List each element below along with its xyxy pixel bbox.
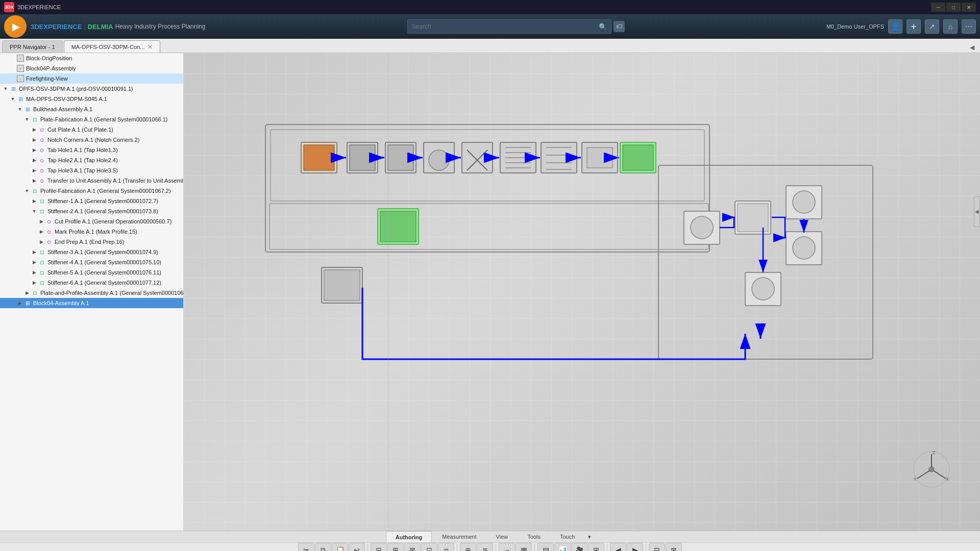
tab-ppr-navigator[interactable]: PPR Navigator - 1 (2, 40, 63, 53)
tree-item-stiffener5[interactable]: ▶ ⊡ Stiffener-5 A.1 (General System00001… (0, 267, 183, 278)
tree-item-stiffener3[interactable]: ▶ ⊡ Stiffener-3 A.1 (General System00001… (0, 247, 183, 257)
paste-button[interactable]: 📋 (332, 543, 348, 551)
select-all-button[interactable]: ⊞ (387, 543, 404, 551)
expander-opfs-osv[interactable]: ▼ (2, 85, 9, 92)
expander-stiffener6[interactable]: ▶ (31, 279, 38, 286)
tree-item-stiffener4[interactable]: ▶ ⊡ Stiffener-4 A.1 (General System00001… (0, 257, 183, 267)
tree-item-mark-profile[interactable]: ▶ ⊙ Mark Profile A.1 (Mark Profile.15) (0, 227, 183, 237)
bottom-tab-authoring[interactable]: Authoring (386, 531, 432, 542)
tree-item-plate-and-profile[interactable]: ▶ ⊡ Plate-and-Profile-Assembly A.1 (Gene… (0, 288, 183, 298)
tab-ma-opfs[interactable]: MA-OPFS-OSV-3DPM-Con... ✕ (64, 40, 161, 53)
tab-expand-button[interactable]: ◀ (966, 42, 978, 53)
expander-stiffener4[interactable]: ▶ (31, 259, 38, 266)
tree-item-opfs-osv[interactable]: ▼ ⊞ OPFS-OSV-3DPM A.1 (prd-OSV-00010091.… (0, 84, 183, 94)
tree-item-block04p[interactable]: ▪ Block04P-Assembly (0, 63, 183, 73)
tree-item-bulkhead[interactable]: ▼ ⊞ Bulkhead-Assembly A.1 (0, 104, 183, 114)
tag-button[interactable]: 🏷 (614, 21, 625, 32)
tree-item-stiffener6[interactable]: ▶ ⊡ Stiffener-6 A.1 (General System00001… (0, 278, 183, 288)
bottom-tab-measurement[interactable]: Measurement (433, 531, 485, 542)
tree-item-end-prep[interactable]: ▶ ⊙ End Prep A.1 (End Prep.16) (0, 237, 183, 247)
layout1-button[interactable]: ⊟ (649, 543, 665, 551)
bottom-tab-tools[interactable]: Tools (518, 531, 550, 542)
ruler-button[interactable]: ▦ (516, 543, 532, 551)
tree-item-firefighting[interactable]: ▪ Firefighting-View (0, 73, 183, 84)
expander-profile-fab[interactable]: ▼ (23, 187, 31, 194)
bottom-tab-more[interactable]: ▾ (585, 531, 594, 542)
prev-button[interactable]: ◀ (610, 543, 626, 551)
expander-plate-and-profile[interactable]: ▶ (23, 289, 31, 296)
expander-firefighting[interactable] (9, 75, 16, 82)
share-button[interactable]: ↗ (925, 19, 939, 34)
expander-block04p[interactable] (9, 65, 16, 72)
tree-item-stiffener2[interactable]: ▼ ⊡ Stiffener-2 A.1 (General System00001… (0, 206, 183, 216)
expander-transfer[interactable]: ▶ (31, 177, 38, 184)
expander-stiffener2[interactable]: ▼ (31, 208, 38, 215)
icon-firefighting: ▪ (16, 74, 24, 83)
tree-item-cut-plate[interactable]: ▶ ⊙ Cut Plate A.1 (Cut Plate.1) (0, 124, 183, 135)
expander-mark-profile[interactable]: ▶ (38, 228, 45, 235)
apps-button[interactable]: ⋯ (962, 19, 976, 34)
expander-ma-opfs-osv[interactable]: ▼ (9, 95, 16, 103)
tree-item-block04-assembly[interactable]: ▶ ⊞ Block04-Assembly A.1 (0, 298, 183, 308)
tree-item-transfer[interactable]: ▶ ⊙ Transfer to Unit Assembly A.1 (Trans… (0, 176, 183, 186)
layout2-button[interactable]: ⊠ (666, 543, 682, 551)
undo-button[interactable]: ↩ (349, 543, 365, 551)
expander-bulkhead[interactable]: ▼ (16, 106, 23, 113)
window-controls: ─ □ ✕ (931, 3, 976, 12)
search-icon[interactable]: 🔍 (599, 23, 607, 31)
expander-end-prep[interactable]: ▶ (38, 238, 45, 245)
tree-item-cut-profile[interactable]: ▶ ⊙ Cut Profile A.1 (General Operation00… (0, 216, 183, 227)
tree-item-stiffener1[interactable]: ▶ ⊡ Stiffener-1 A.1 (General System00001… (0, 196, 183, 206)
bottom-tab-view[interactable]: View (487, 531, 518, 542)
expander-plate-fab[interactable]: ▼ (23, 116, 31, 123)
icon-stiffener1: ⊡ (38, 197, 46, 205)
tree-item-block-orig[interactable]: ▪ Block-OrigPosition (0, 53, 183, 63)
copy-button[interactable]: ⧉ (315, 543, 331, 551)
chart-button[interactable]: 📊 (554, 543, 571, 551)
tree-item-tap-hole2[interactable]: ▶ ⊙ Tap Hole2 A.1 (Tap Hole2.4) (0, 155, 183, 165)
tree-item-profile-fab[interactable]: ▼ ⊡ Profile-Fabrication A.1 (General Sys… (0, 186, 183, 196)
expander-stiffener3[interactable]: ▶ (31, 248, 38, 256)
maximize-button[interactable]: □ (946, 3, 961, 12)
expander-notch-corners[interactable]: ▶ (31, 136, 38, 143)
home-button[interactable]: ⌂ (943, 19, 958, 34)
expander-block-orig[interactable] (9, 55, 16, 62)
expander-tap-hole2[interactable]: ▶ (31, 157, 38, 164)
expander-stiffener1[interactable]: ▶ (31, 197, 38, 205)
user-profile-button[interactable]: 👤 (888, 19, 902, 34)
cut-button[interactable]: ✂ (298, 543, 314, 551)
filter-button[interactable]: ⧈ (438, 543, 454, 551)
tab-ma-opfs-close[interactable]: ✕ (148, 43, 153, 51)
tree-item-tab-hole1[interactable]: ▶ ⊙ Tab Hole1 A.1 (Tap Hole1.3) (0, 145, 183, 155)
search-input[interactable] (412, 23, 599, 30)
tree-item-tap-hole3[interactable]: ▶ ⊙ Tap Hole3 A.1 (Tap Hole3.5) (0, 165, 183, 176)
aggregate-button[interactable]: ⊕ (460, 543, 476, 551)
expander-cut-profile[interactable]: ▶ (38, 218, 45, 225)
fit-button[interactable]: ⊞ (477, 543, 493, 551)
snap-button[interactable]: ⊟ (371, 543, 387, 551)
tree-item-plate-fab[interactable]: ▼ ⊡ Plate-Fabrication A.1 (General Syste… (0, 114, 183, 124)
select-mode-button[interactable]: ⊡ (421, 543, 437, 551)
next-button[interactable]: ▶ (627, 543, 643, 551)
viewport[interactable]: Z X Y ◀ (184, 53, 980, 531)
pan-button[interactable]: → (499, 543, 515, 551)
tree-item-notch-corners[interactable]: ▶ ⊙ Notch Corners A.1 (Notch Corners.2) (0, 135, 183, 145)
play-button[interactable]: ▶ (4, 15, 27, 38)
expander-stiffener5[interactable]: ▶ (31, 269, 38, 276)
select-box-button[interactable]: ⊠ (404, 543, 421, 551)
expander-tab-hole1[interactable]: ▶ (31, 146, 38, 154)
tree-item-ma-opfs-osv[interactable]: ▼ ⊞ MA-OPFS-OSV-3DPM-S045 A.1 (0, 94, 183, 104)
expander-tap-hole3[interactable]: ▶ (31, 167, 38, 174)
grid2-button[interactable]: ⊞ (588, 543, 604, 551)
camera-button[interactable]: 🎥 (571, 543, 587, 551)
add-button[interactable]: + (906, 19, 921, 34)
bottom-tab-touch[interactable]: Touch (551, 531, 584, 542)
close-button[interactable]: ✕ (962, 3, 976, 12)
svg-rect-7 (350, 145, 375, 170)
expander-block04-assembly[interactable]: ▶ (16, 299, 23, 307)
minimize-button[interactable]: ─ (931, 3, 945, 12)
expander-cut-plate[interactable]: ▶ (31, 126, 38, 133)
grid-button[interactable]: ▤ (537, 543, 554, 551)
right-sidebar-toggle[interactable]: ◀ (974, 196, 980, 227)
label-stiffener3: Stiffener-3 A.1 (General System00001074.… (47, 249, 158, 255)
